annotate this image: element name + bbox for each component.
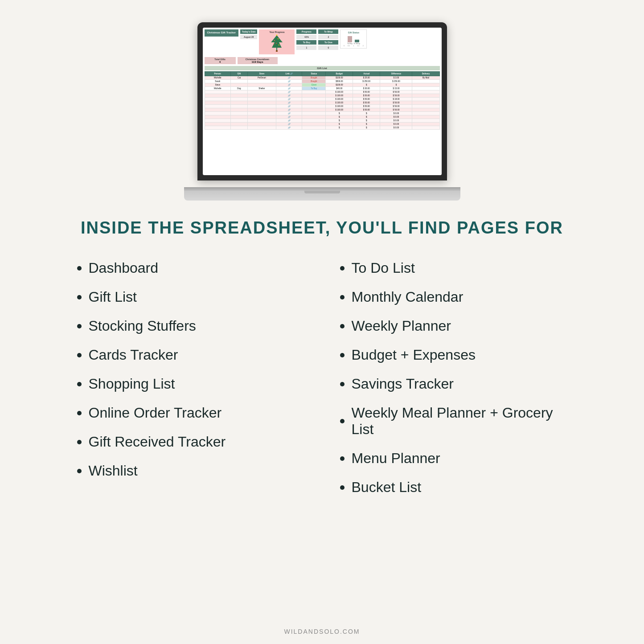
item-label: Online Order Tracker: [89, 405, 222, 421]
item-label: Gift Received Tracker: [89, 434, 226, 450]
total-gifts-value: 4: [207, 61, 233, 63]
svg-point-2: [274, 40, 275, 41]
spreadsheet-header: Christmas Gift Tracker Today's Date Augu…: [203, 28, 442, 56]
item-label: Savings Tracker: [352, 376, 454, 392]
col-store: Store: [247, 72, 276, 76]
table-row: 🔗$$$ 0.00: [205, 119, 439, 123]
item-label: Cards Tracker: [89, 347, 178, 363]
to-wrap-label: To Wrap: [318, 29, 338, 34]
bullet-icon: [340, 485, 345, 490]
countdown-block: Christmas Countdown 119 Days: [238, 57, 278, 64]
table-row: Michelle Dog Shelter 🔗 To Buy $40.00 $ 3…: [205, 87, 439, 90]
list-item: Budget + Expenses: [340, 347, 567, 363]
list-item: Shopping List: [77, 376, 304, 392]
item-label: Weekly Planner: [352, 318, 451, 334]
col-delivery: Delivery: [412, 72, 439, 76]
table-row: Steve 🔗 Given $100.00 $ $: [205, 83, 439, 87]
table-row: 🔗$ 100.00$ 50.00$ 50.00: [205, 108, 439, 112]
col-gift: Gift: [230, 72, 247, 76]
list-item: Monthly Calendar: [340, 289, 567, 305]
bullet-icon: [77, 411, 82, 415]
table-row: 🔗$ 100.00$ 50.00$ 50.00: [205, 101, 439, 105]
laptop-section: Christmas Gift Tracker Today's Date Augu…: [0, 0, 644, 205]
bullet-icon: [340, 353, 345, 357]
list-item: Bucket List: [340, 479, 567, 496]
col-person: Person: [205, 72, 230, 76]
laptop-body: Christmas Gift Tracker Today's Date Augu…: [197, 22, 447, 180]
wrap-give-blocks: To Wrap 2 To Give 0: [318, 29, 338, 50]
svg-point-4: [273, 44, 274, 45]
item-label: Stocking Stuffers: [89, 318, 196, 334]
progress-value: 42%: [296, 35, 316, 39]
countdown-value: 119 Days: [240, 61, 275, 63]
item-label: Gift List: [89, 289, 137, 305]
list-item: Dashboard: [77, 260, 304, 276]
main-heading: Inside the Spreadsheet, You'll Find Page…: [81, 218, 563, 238]
progress-label: Progress: [296, 29, 316, 34]
item-label: Weekly Meal Planner + Grocery List: [352, 405, 567, 438]
item-label: Wishlist: [89, 463, 138, 479]
spreadsheet: Christmas Gift Tracker Today's Date Augu…: [203, 28, 442, 175]
list-item: To Do List: [340, 260, 567, 276]
bullet-icon: [77, 295, 82, 299]
laptop-hinge: [184, 187, 460, 191]
laptop-base: [184, 191, 460, 201]
bullet-icon: [340, 419, 345, 423]
bullet-icon: [340, 266, 345, 271]
col-budget: Budget: [326, 72, 353, 76]
list-item: Wishlist: [77, 463, 304, 479]
list-item: Cards Tracker: [77, 347, 304, 363]
item-label: Monthly Calendar: [352, 289, 464, 305]
bullet-icon: [77, 353, 82, 357]
svg-rect-1: [276, 50, 278, 52]
col-actual: Actual: [353, 72, 380, 76]
item-label: To Do List: [352, 260, 415, 276]
bullet-icon: [77, 440, 82, 444]
col-status: Status: [302, 72, 326, 76]
list-item: Weekly Meal Planner + Grocery List: [340, 405, 567, 438]
list-item: Savings Tracker: [340, 376, 567, 392]
gift-status-label: Gift Status: [342, 31, 365, 34]
gift-table: Person Gift Store Link 🔗 Status Budget A…: [205, 71, 440, 130]
spreadsheet-title: Christmas Gift Tracker: [205, 29, 238, 37]
svg-point-6: [276, 43, 277, 44]
item-label: Budget + Expenses: [352, 347, 476, 363]
svg-point-5: [279, 45, 279, 45]
tree-container: [262, 33, 292, 53]
right-list: To Do List Monthly Calendar Weekly Plann…: [340, 260, 567, 496]
to-buy-label: To Buy: [296, 40, 316, 45]
list-item: Online Order Tracker: [77, 405, 304, 421]
bullet-icon: [340, 295, 345, 299]
table-row: Sarah 🔗 Bought $500.00 $ 250.00 $ 250.00: [205, 80, 439, 83]
list-item: Gift List: [77, 289, 304, 305]
to-buy-value: 1: [296, 45, 316, 50]
to-give-label: To Give: [318, 40, 338, 45]
table-row: 🔗$ 100.00$ 50.00$ 50.00: [205, 90, 439, 94]
content-section: Inside the Spreadsheet, You'll Find Page…: [0, 205, 644, 496]
christmas-tree-icon: [270, 34, 283, 52]
bullet-icon: [77, 324, 82, 328]
summary-row: Total Gifts 4 Christmas Countdown 119 Da…: [203, 56, 442, 65]
bullet-icon: [340, 324, 345, 328]
item-label: Menu Planner: [352, 450, 440, 467]
table-row: 🔗$ 100.00$ 50.00$ 50.00: [205, 105, 439, 108]
list-item: Gift Received Tracker: [77, 434, 304, 450]
list-item: Menu Planner: [340, 450, 567, 467]
bullet-icon: [77, 382, 82, 386]
list-item: Stocking Stuffers: [77, 318, 304, 334]
item-label: Dashboard: [89, 260, 159, 276]
table-row: 🔗$ 100.00$ 50.00$ 50.00: [205, 94, 439, 98]
chart-block: Gift Status To Buy To Wrap: [340, 29, 367, 49]
today-block: Today's Date August 28: [240, 29, 258, 39]
svg-marker-7: [276, 34, 278, 36]
col-difference: Difference: [380, 72, 412, 76]
table-row: 🔗$ 100.00$ 50.00$ 18.00: [205, 98, 439, 101]
bullet-icon: [77, 469, 82, 473]
footer: WILDANDSOLO.COM: [284, 628, 360, 644]
list-item: Weekly Planner: [340, 318, 567, 334]
lists-container: Dashboard Gift List Stocking Stuffers Ca…: [77, 260, 567, 496]
table-row: Michelle Cat PetSmart 🔗 Bought $100.00 $…: [205, 76, 439, 80]
item-label: Bucket List: [352, 479, 422, 496]
total-gifts-block: Total Gifts 4: [205, 57, 236, 64]
to-give-value: 0: [318, 45, 338, 50]
